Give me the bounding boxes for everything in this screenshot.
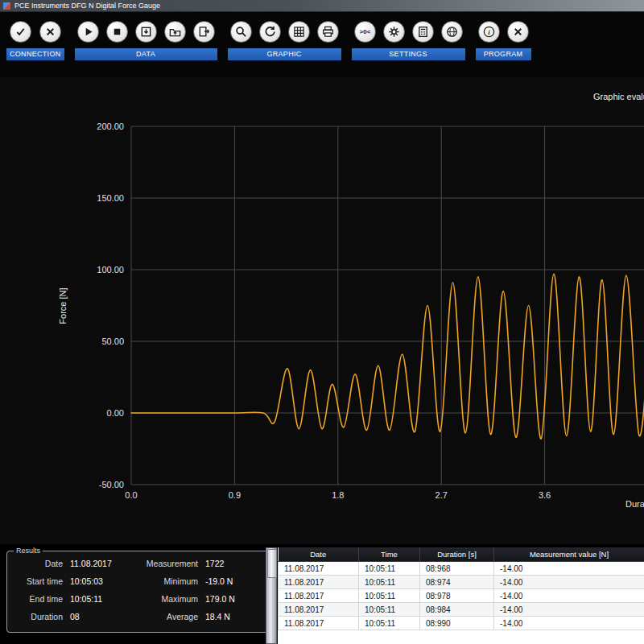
start-measurement-button[interactable] — [77, 21, 99, 43]
result-label-end-time: End time — [14, 594, 70, 604]
result-label-minimum: Minimum — [136, 576, 205, 586]
export-report-button[interactable] — [193, 21, 215, 43]
table-row[interactable]: 11.08.201710:05:1108:984-14.00 — [279, 603, 644, 617]
table-header-row: DateTimeDuration [s]Measurement value [N… — [279, 547, 644, 562]
column-header-time[interactable]: Time — [359, 547, 420, 562]
cross-icon — [511, 25, 525, 39]
result-label-duration: Duration — [14, 612, 70, 621]
table-scrollbar-thumb[interactable] — [267, 549, 277, 578]
table-row[interactable]: 11.08.201710:05:1108:978-14.00 — [279, 589, 644, 603]
zoom-button[interactable] — [230, 21, 252, 43]
results-legend: Results — [14, 547, 43, 555]
result-label-start-time: Start time — [14, 576, 70, 586]
save-data-button[interactable] — [135, 21, 157, 43]
magnifier-icon — [234, 25, 248, 39]
stop-measurement-button[interactable] — [106, 21, 128, 43]
force-series-line — [131, 274, 644, 439]
table-cell: 11.08.2017 — [279, 617, 359, 630]
import-data-button[interactable] — [164, 21, 186, 43]
printer-icon — [321, 25, 335, 39]
device-settings-button[interactable] — [383, 21, 405, 43]
calculation-button[interactable] — [412, 21, 434, 43]
table-cell: 10:05:11 — [359, 617, 420, 630]
toggle-grid-button[interactable] — [288, 21, 310, 43]
bottom-panel: Results Date11.08.2017Measurement1722Sta… — [0, 544, 644, 644]
table-cell: 11.08.2017 — [279, 562, 359, 576]
toolbar-group-label: PROGRAM — [476, 48, 531, 60]
table-cell: 08:978 — [420, 589, 494, 603]
gear-icon — [387, 25, 401, 39]
toolbar-group-graphic: GRAPHIC — [228, 21, 341, 60]
table-cell: -14.00 — [494, 617, 644, 630]
info-button[interactable]: i — [478, 21, 500, 43]
result-value-measurement: 1722 — [205, 559, 266, 568]
table-cell: -14.00 — [494, 603, 644, 617]
toolbar-button-row: >0< — [352, 21, 465, 43]
x-tick-label: 1.8 — [332, 490, 344, 500]
toolbar-button-row — [228, 21, 341, 43]
measurement-table: DateTimeDuration [s]Measurement value [N… — [278, 547, 644, 630]
column-header-duration-s-[interactable]: Duration [s] — [420, 547, 494, 562]
table-cell: 10:05:11 — [359, 603, 420, 617]
window-title: PCE Instruments DFG N Digital Force Gaug… — [14, 2, 160, 10]
y-axis-label: Force [N] — [58, 287, 68, 324]
svg-text:i: i — [488, 28, 490, 36]
chart-title: Graphic evaluation — [593, 92, 644, 101]
x-tick-label: 2.7 — [436, 490, 448, 500]
toolbar-group-label: CONNECTION — [6, 48, 64, 60]
print-graphic-button[interactable] — [317, 21, 339, 43]
results-grid: Date11.08.2017Measurement1722Start time1… — [14, 559, 266, 621]
toolbar-group-settings: >0<SETTINGS — [352, 21, 465, 60]
result-label-average: Average — [136, 612, 205, 621]
tare-zero-button[interactable]: >0< — [354, 21, 376, 43]
x-tick-label: 0.0 — [125, 490, 137, 500]
column-header-date[interactable]: Date — [279, 547, 359, 562]
toolbar-button-row — [75, 21, 217, 43]
result-label-maximum: Maximum — [136, 594, 205, 604]
toolbar-button-row — [6, 21, 64, 43]
y-tick-label: -50.00 — [99, 480, 124, 489]
zero-icon: >0< — [358, 25, 372, 39]
result-value-average: 18.4 N — [205, 612, 266, 621]
x-axis-label: Duration [s] — [625, 499, 644, 509]
result-value-start-time: 10:05:03 — [70, 576, 136, 586]
disconnect-button[interactable] — [39, 21, 61, 43]
import-icon — [168, 25, 182, 39]
toolbar-group-label: DATA — [75, 48, 217, 60]
table-cell: 10:05:11 — [359, 562, 420, 576]
globe-icon — [445, 25, 459, 39]
table-cell: 08:990 — [420, 617, 494, 630]
table-row[interactable]: 11.08.201710:05:1108:974-14.00 — [279, 576, 644, 589]
language-button[interactable] — [441, 21, 463, 43]
calculator-icon — [416, 25, 430, 39]
check-icon — [14, 25, 27, 39]
measurement-table-wrap: DateTimeDuration [s]Measurement value [N… — [278, 547, 644, 644]
table-cell: 08:984 — [420, 603, 494, 617]
toolbar-button-row: i — [476, 21, 531, 43]
toolbar-group-data: DATA — [75, 21, 217, 60]
result-value-maximum: 179.0 N — [205, 594, 266, 604]
window-titlebar[interactable]: PCE Instruments DFG N Digital Force Gaug… — [0, 0, 644, 12]
exit-program-button[interactable] — [507, 21, 529, 43]
column-header-measurement-value-n-[interactable]: Measurement value [N] — [494, 547, 644, 562]
table-cell: -14.00 — [494, 589, 644, 603]
connect-button[interactable] — [10, 21, 31, 43]
y-tick-label: 150.00 — [97, 193, 124, 203]
save-icon — [139, 25, 153, 39]
refresh-graphic-button[interactable] — [259, 21, 281, 43]
table-row[interactable]: 11.08.201710:05:1108:968-14.00 — [279, 562, 644, 576]
result-label-measurement: Measurement — [136, 559, 205, 568]
table-cell: 10:05:11 — [359, 589, 420, 603]
y-tick-label: 0.00 — [107, 408, 124, 418]
table-row[interactable]: 11.08.201710:05:1108:990-14.00 — [279, 617, 644, 630]
table-cell: 08:968 — [420, 562, 494, 576]
svg-text:>0<: >0< — [359, 28, 370, 35]
table-cell: 10:05:11 — [359, 576, 420, 589]
app-icon[interactable] — [3, 2, 10, 10]
table-scrollbar[interactable] — [266, 547, 277, 644]
toolbar-group-connection: CONNECTION — [6, 21, 64, 60]
table-cell: 11.08.2017 — [279, 589, 359, 603]
play-icon — [81, 25, 95, 39]
table-cell: 11.08.2017 — [279, 603, 359, 617]
table-cell: -14.00 — [494, 576, 644, 589]
